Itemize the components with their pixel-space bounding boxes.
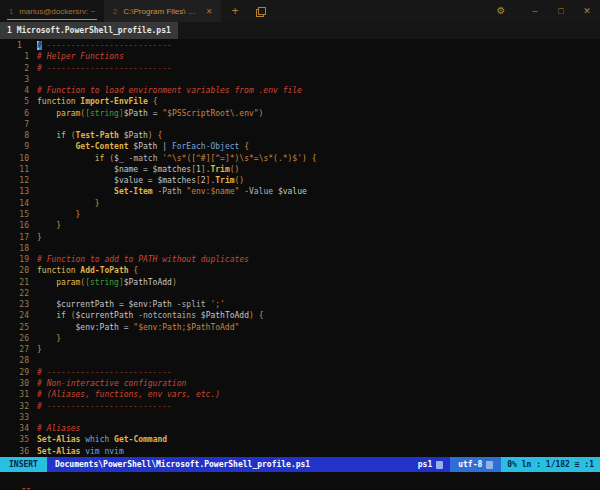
code-line[interactable]: 33 xyxy=(0,412,600,423)
code-text: Set-Item -Path "env:$name" -Value $value xyxy=(29,186,307,197)
code-token: vim xyxy=(85,447,99,456)
line-number: 1 xyxy=(0,40,29,51)
code-text: # -------------------------- xyxy=(29,40,172,51)
code-line[interactable]: 5function Import-EnvFile { xyxy=(0,96,600,107)
tab-number: 2 xyxy=(113,7,117,16)
code-line[interactable]: 12 $value = $matches[2].Trim() xyxy=(0,175,600,186)
code-text: if ($currentPath -notcontains $PathToAdd… xyxy=(29,310,263,321)
code-line[interactable]: 28 xyxy=(0,355,600,366)
code-token: "$PSScriptRoot\.env" xyxy=(162,109,258,118)
code-token: param xyxy=(56,278,80,287)
code-line[interactable]: 1# Helper Functions xyxy=(0,51,600,62)
line-number: 19 xyxy=(0,254,29,265)
code-token: Trim xyxy=(215,176,234,185)
code-line[interactable]: 8 if (Test-Path $Path) { xyxy=(0,130,600,141)
code-line[interactable]: 9 Get-Content $Path | ForEach-Object { xyxy=(0,141,600,152)
code-token: # Function to add to PATH without duplic… xyxy=(37,255,249,264)
code-text: $currentPath = $env:Path -split ';' xyxy=(29,299,225,310)
line-number: 14 xyxy=(0,198,29,209)
code-line[interactable]: 10 if ($_ -match '^\s*([^#][^=]*)\s*=\s*… xyxy=(0,153,600,164)
code-line[interactable]: 35Set-Alias which Get-Command xyxy=(0,434,600,445)
code-token: [string] xyxy=(85,109,124,118)
code-text xyxy=(29,355,37,366)
code-line[interactable]: 25 $env:Path = "$env:Path;$PathToAdd" xyxy=(0,322,600,333)
code-text: # Aliases xyxy=(29,423,80,434)
maximize-button[interactable]: □ xyxy=(548,0,574,22)
code-line[interactable]: 11 $name = $matches[1].Trim() xyxy=(0,164,600,175)
code-text: param([string]$PathToAdd) xyxy=(29,277,177,288)
code-line[interactable]: 24 if ($currentPath -notcontains $PathTo… xyxy=(0,310,600,321)
code-line[interactable]: 13 Set-Item -Path "env:$name" -Value $va… xyxy=(0,186,600,197)
code-line[interactable]: 20function Add-ToPath { xyxy=(0,265,600,276)
code-line[interactable]: 14 } xyxy=(0,198,600,209)
settings-icon[interactable]: ⚙ xyxy=(488,0,514,22)
code-line[interactable]: 27} xyxy=(0,344,600,355)
code-line[interactable]: 4# Function to load environment variable… xyxy=(0,85,600,96)
tab-close-icon[interactable]: ✕ xyxy=(206,7,213,16)
code-line[interactable]: 32# -------------------------- xyxy=(0,401,600,412)
code-line[interactable]: 30# Non-interactive configuration xyxy=(0,378,600,389)
code-line[interactable]: 29# -------------------------- xyxy=(0,367,600,378)
close-button[interactable]: ✕ xyxy=(574,0,600,22)
code-token: "env:$name" xyxy=(186,187,239,196)
code-token: if xyxy=(95,154,105,163)
line-number: 11 xyxy=(0,164,29,175)
mode-badge: INSERT xyxy=(0,457,47,472)
terminal-tab-1[interactable]: 1 marius@dockersrv: ~ xyxy=(0,0,104,22)
code-line[interactable]: 15 } xyxy=(0,209,600,220)
code-token: # Non-interactive configuration xyxy=(37,379,186,388)
code-token: # -------------------------- xyxy=(37,402,172,411)
code-token: ) xyxy=(259,109,264,118)
code-line[interactable]: 19# Function to add to PATH without dupl… xyxy=(0,254,600,265)
code-token xyxy=(37,221,56,230)
minimize-button[interactable]: – xyxy=(522,0,548,22)
terminal-tab-2[interactable]: 2 C:\Program Files\ … ✕ xyxy=(104,0,221,22)
line-number: 13 xyxy=(0,186,29,197)
code-token: } xyxy=(37,345,42,354)
code-token: $_ xyxy=(114,154,124,163)
code-line[interactable]: 18 xyxy=(0,243,600,254)
code-line[interactable]: 2# -------------------------- xyxy=(0,63,600,74)
code-text: } xyxy=(29,198,100,209)
filetype-icon xyxy=(436,461,443,469)
file-path: Documents\PowerShell\Microsoft.PowerShel… xyxy=(47,457,318,472)
code-line[interactable]: 22 xyxy=(0,288,600,299)
code-token: = xyxy=(119,323,133,332)
code-line[interactable]: 16 } xyxy=(0,220,600,231)
editor-area[interactable]: 1# --------------------------1# Helper F… xyxy=(0,39,600,457)
line-number: 17 xyxy=(0,232,29,243)
code-token xyxy=(37,165,114,174)
code-line[interactable]: 36Set-Alias vim nvim xyxy=(0,446,600,457)
code-token: function xyxy=(37,266,76,275)
new-tab-button[interactable]: + xyxy=(221,0,248,22)
code-line[interactable]: 26 } xyxy=(0,333,600,344)
code-token: Set-Alias xyxy=(37,435,80,444)
line-number: 27 xyxy=(0,344,29,355)
code-line[interactable]: 1# -------------------------- xyxy=(0,40,600,51)
code-line[interactable]: 6 param([string]$Path = "$PSScriptRoot\.… xyxy=(0,108,600,119)
vim-buffer-tab[interactable]: 1 Microsoft.PowerShell_profile.ps1 xyxy=(0,22,178,39)
code-text: $value = $matches[2].Trim() xyxy=(29,175,244,186)
line-number: 26 xyxy=(0,333,29,344)
code-line[interactable]: 23 $currentPath = $env:Path -split ';' xyxy=(0,299,600,310)
tab-dropdown-button[interactable] xyxy=(248,0,272,22)
code-text: Get-Content $Path | ForEach-Object { xyxy=(29,141,249,152)
tab-title: C:\Program Files\ … xyxy=(123,7,195,16)
code-line[interactable]: 7 xyxy=(0,119,600,130)
code-token: { xyxy=(133,266,138,275)
code-token: () xyxy=(235,176,245,185)
code-token: = xyxy=(114,300,128,309)
statusline-spacer xyxy=(318,457,411,472)
code-line[interactable]: 3 xyxy=(0,74,600,85)
code-token: -------------------------- xyxy=(42,41,172,50)
code-token: -Path xyxy=(157,187,181,196)
code-text xyxy=(29,119,37,130)
code-text: param([string]$Path = "$PSScriptRoot\.en… xyxy=(29,108,263,119)
code-token: $name xyxy=(114,165,138,174)
code-line[interactable]: 34# Aliases xyxy=(0,423,600,434)
code-line[interactable]: 21 param([string]$PathToAdd) xyxy=(0,277,600,288)
code-token: $value xyxy=(278,187,307,196)
line-number: 20 xyxy=(0,265,29,276)
code-line[interactable]: 17} xyxy=(0,232,600,243)
code-line[interactable]: 31# (Aliases, functions, env vars, etc.) xyxy=(0,389,600,400)
